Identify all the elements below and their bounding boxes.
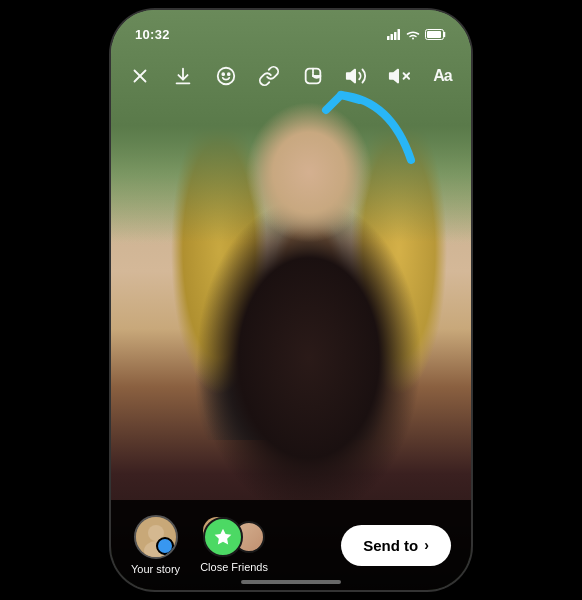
phone-frame: 10:32 xyxy=(111,10,471,590)
svg-rect-1 xyxy=(391,34,394,40)
svg-point-11 xyxy=(228,73,230,75)
svg-point-18 xyxy=(148,525,164,541)
top-toolbar: Aa xyxy=(111,54,471,98)
story-options: + Your story xyxy=(131,515,341,575)
svg-rect-5 xyxy=(427,31,441,38)
svg-rect-3 xyxy=(398,29,401,40)
signal-icon xyxy=(387,29,401,40)
link-button[interactable] xyxy=(257,62,282,90)
svg-marker-13 xyxy=(347,70,355,83)
battery-icon xyxy=(425,29,447,40)
send-to-button[interactable]: Send to › xyxy=(341,525,451,566)
mute-button[interactable] xyxy=(387,62,412,90)
screen: 10:32 xyxy=(111,10,471,590)
emoji-button[interactable] xyxy=(214,62,239,90)
svg-rect-2 xyxy=(394,32,397,40)
svg-point-9 xyxy=(218,68,235,85)
close-friends-option[interactable]: Close Friends xyxy=(200,517,268,573)
wifi-icon xyxy=(406,29,420,40)
send-to-label: Send to xyxy=(363,537,418,554)
send-to-chevron: › xyxy=(424,537,429,553)
text-button[interactable]: Aa xyxy=(430,62,455,90)
svg-marker-14 xyxy=(390,70,398,83)
svg-rect-0 xyxy=(387,36,390,40)
home-indicator xyxy=(241,580,341,584)
status-time: 10:32 xyxy=(135,27,170,42)
bottom-bar: + Your story xyxy=(111,500,471,590)
your-story-avatar: + xyxy=(134,515,178,559)
svg-point-10 xyxy=(222,73,224,75)
status-bar: 10:32 xyxy=(111,22,471,46)
close-friends-avatar xyxy=(203,517,243,557)
sticker-button[interactable] xyxy=(300,62,325,90)
close-friends-group xyxy=(203,517,265,557)
close-button[interactable] xyxy=(127,62,152,90)
close-friends-label: Close Friends xyxy=(200,561,268,573)
download-button[interactable] xyxy=(170,62,195,90)
your-story-label: Your story xyxy=(131,563,180,575)
audio-button[interactable] xyxy=(343,62,368,90)
your-story-option[interactable]: + Your story xyxy=(131,515,180,575)
svg-marker-20 xyxy=(215,529,232,545)
status-icons xyxy=(387,29,447,40)
